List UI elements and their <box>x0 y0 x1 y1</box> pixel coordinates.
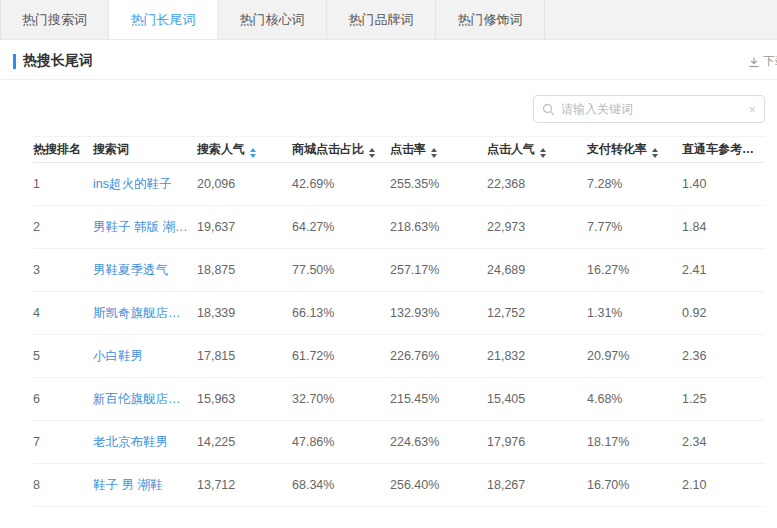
table-row: 7老北京布鞋男14,22547.86%224.63%17,97618.17%2.… <box>33 421 765 464</box>
sort-icon-ztc-ref-price[interactable] <box>759 148 765 158</box>
click-popularity-cell: 18,267 <box>487 478 587 492</box>
mall-click-share-cell: 64.27% <box>292 220 390 234</box>
ztc-ref-price-cell: 1.84 <box>682 220 765 234</box>
click-popularity-cell: 21,832 <box>487 349 587 363</box>
search-popularity-cell: 20,096 <box>197 177 292 191</box>
tab-hot-modifier-words[interactable]: 热门修饰词 <box>436 0 545 39</box>
tab-hot-brand-words[interactable]: 热门品牌词 <box>327 0 436 39</box>
sort-icon-search-popularity[interactable] <box>250 148 256 158</box>
click-rate-cell: 224.63% <box>390 435 487 449</box>
rank-cell: 1 <box>33 177 93 191</box>
col-header-click-rate: 点击率 <box>390 141 487 158</box>
pay-conversion-cell: 18.17% <box>587 435 682 449</box>
col-header-search-popularity: 搜索人气 <box>197 141 292 158</box>
table-row: 4斯凯奇旗舰店官方旗舰18,33966.13%132.93%12,7521.31… <box>33 292 765 335</box>
keyword-link[interactable]: 老北京布鞋男 <box>93 434 197 451</box>
col-header-keyword: 搜索词 <box>93 141 197 158</box>
ztc-ref-price-cell: 2.41 <box>682 263 765 277</box>
rank-cell: 4 <box>33 306 93 320</box>
pay-conversion-cell: 20.97% <box>587 349 682 363</box>
sort-icon-mall-click-share[interactable] <box>369 148 375 158</box>
tab-hot-search-words[interactable]: 热门搜索词 <box>0 0 109 39</box>
pay-conversion-cell: 16.27% <box>587 263 682 277</box>
table-row: 3男鞋夏季透气18,87577.50%257.17%24,68916.27%2.… <box>33 249 765 292</box>
mall-click-share-cell: 66.13% <box>292 306 390 320</box>
col-header-click-popularity: 点击人气 <box>487 141 587 158</box>
tab-hot-core-words[interactable]: 热门核心词 <box>218 0 327 39</box>
ztc-ref-price-cell: 1.40 <box>682 177 765 191</box>
ztc-ref-price-cell: 0.92 <box>682 306 765 320</box>
mall-click-share-cell: 32.70% <box>292 392 390 406</box>
ztc-ref-price-cell: 2.10 <box>682 478 765 492</box>
title-accent-bar <box>13 54 16 69</box>
search-icon <box>542 103 555 116</box>
search-popularity-cell: 13,712 <box>197 478 292 492</box>
longtail-keyword-table: 热搜排名 搜索词 搜索人气 商城点击占比 点击率 点击人气 支付转化率 直通车参… <box>33 136 765 507</box>
search-popularity-cell: 18,339 <box>197 306 292 320</box>
search-popularity-cell: 17,815 <box>197 349 292 363</box>
rank-cell: 7 <box>33 435 93 449</box>
sort-icon-click-rate[interactable] <box>431 148 437 158</box>
panel-header: 热搜长尾词 下载 <box>0 40 777 80</box>
pay-conversion-cell: 7.77% <box>587 220 682 234</box>
keyword-link[interactable]: ins超火的鞋子 <box>93 176 197 193</box>
mall-click-share-cell: 77.50% <box>292 263 390 277</box>
search-popularity-cell: 14,225 <box>197 435 292 449</box>
sort-icon-pay-conversion[interactable] <box>652 148 658 158</box>
download-icon <box>748 56 760 68</box>
download-button[interactable]: 下载 <box>748 53 777 70</box>
keyword-link[interactable]: 男鞋子 韩版 潮流 英... <box>93 219 197 236</box>
keyword-link[interactable]: 男鞋夏季透气 <box>93 262 197 279</box>
table-row: 6新百伦旗舰店官方正品15,96332.70%215.45%15,4054.68… <box>33 378 765 421</box>
click-rate-cell: 132.93% <box>390 306 487 320</box>
search-popularity-cell: 15,963 <box>197 392 292 406</box>
col-header-rank: 热搜排名 <box>33 141 93 158</box>
ztc-ref-price-cell: 2.36 <box>682 349 765 363</box>
click-popularity-cell: 12,752 <box>487 306 587 320</box>
rank-cell: 8 <box>33 478 93 492</box>
click-popularity-cell: 15,405 <box>487 392 587 406</box>
click-popularity-cell: 24,689 <box>487 263 587 277</box>
tab-hot-longtail-words[interactable]: 热门长尾词 <box>109 0 218 39</box>
search-popularity-cell: 19,637 <box>197 220 292 234</box>
page-title: 热搜长尾词 <box>23 52 93 70</box>
mall-click-share-cell: 47.86% <box>292 435 390 449</box>
keyword-link[interactable]: 新百伦旗舰店官方正品 <box>93 391 197 408</box>
keyword-search-input[interactable] <box>561 102 742 116</box>
keyword-link[interactable]: 鞋子 男 潮鞋 <box>93 477 197 494</box>
pay-conversion-cell: 16.70% <box>587 478 682 492</box>
rank-cell: 6 <box>33 392 93 406</box>
clear-search-icon[interactable]: × <box>742 103 756 116</box>
search-row: × <box>0 80 777 136</box>
col-header-ztc-ref-price: 直通车参考价 <box>682 141 765 158</box>
click-popularity-cell: 22,973 <box>487 220 587 234</box>
click-popularity-cell: 17,976 <box>487 435 587 449</box>
mall-click-share-cell: 42.69% <box>292 177 390 191</box>
keyword-search-box: × <box>533 95 765 123</box>
rank-cell: 3 <box>33 263 93 277</box>
click-rate-cell: 255.35% <box>390 177 487 191</box>
click-rate-cell: 215.45% <box>390 392 487 406</box>
sort-icon-click-popularity[interactable] <box>540 148 546 158</box>
mall-click-share-cell: 68.34% <box>292 478 390 492</box>
click-rate-cell: 257.17% <box>390 263 487 277</box>
keyword-link[interactable]: 斯凯奇旗舰店官方旗舰 <box>93 305 197 322</box>
search-popularity-cell: 18,875 <box>197 263 292 277</box>
click-rate-cell: 226.76% <box>390 349 487 363</box>
table-row: 5小白鞋男17,81561.72%226.76%21,83220.97%2.36 <box>33 335 765 378</box>
ztc-ref-price-cell: 2.34 <box>682 435 765 449</box>
pay-conversion-cell: 1.31% <box>587 306 682 320</box>
col-header-mall-click-share: 商城点击占比 <box>292 141 390 158</box>
keyword-link[interactable]: 小白鞋男 <box>93 348 197 365</box>
mall-click-share-cell: 61.72% <box>292 349 390 363</box>
top-tab-bar: 热门搜索词 热门长尾词 热门核心词 热门品牌词 热门修饰词 <box>0 0 777 40</box>
col-header-pay-conversion: 支付转化率 <box>587 141 682 158</box>
table-header-row: 热搜排名 搜索词 搜索人气 商城点击占比 点击率 点击人气 支付转化率 直通车参… <box>33 136 765 163</box>
content-panel: 热搜长尾词 下载 × 热搜排名 搜索词 搜索人气 商城点击占比 点击率 点击人气… <box>0 40 777 528</box>
click-rate-cell: 256.40% <box>390 478 487 492</box>
rank-cell: 5 <box>33 349 93 363</box>
download-label: 下载 <box>763 53 777 70</box>
rank-cell: 2 <box>33 220 93 234</box>
click-rate-cell: 218.63% <box>390 220 487 234</box>
pay-conversion-cell: 4.68% <box>587 392 682 406</box>
